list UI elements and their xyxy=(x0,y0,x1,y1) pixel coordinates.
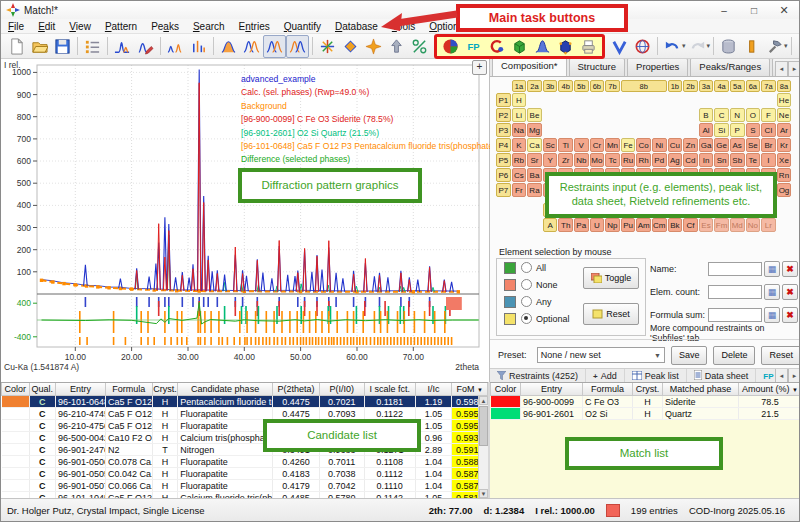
toolbar-colored-dots-button[interactable] xyxy=(795,35,800,58)
element-cell-si[interactable]: Si xyxy=(714,123,729,137)
tab-scroll-right-icon[interactable]: ▸ xyxy=(788,61,800,77)
element-cell-nb[interactable]: Nb xyxy=(574,153,589,167)
toolbar-peaks-overlay-b-button[interactable] xyxy=(286,35,309,58)
clear-field-button[interactable]: ✖ xyxy=(782,284,798,300)
candidate-row[interactable]: C96-901-0507C0.066 Ca...HFluorapatite0.4… xyxy=(2,480,488,492)
element-cell-s[interactable]: S xyxy=(746,123,761,137)
toolbar-save-file-button[interactable] xyxy=(51,35,74,58)
clear-field-button[interactable]: ✖ xyxy=(782,261,798,277)
element-cell-te[interactable]: Te xyxy=(746,153,761,167)
toolbar-fp-letters-button[interactable]: FP xyxy=(462,35,485,58)
bottom-tab-data-sheet[interactable]: Data sheet xyxy=(687,369,757,383)
candidate-header-row[interactable]: ColorQual.EntryFormulaCryst.Candidate ph… xyxy=(2,383,488,396)
toolbar-peaks-overlay-a-button[interactable] xyxy=(263,35,286,58)
element-cell-o[interactable]: O xyxy=(746,108,761,122)
element-cell-cu[interactable]: Cu xyxy=(668,138,683,152)
element-cell-as[interactable]: As xyxy=(730,138,745,152)
element-cell-es[interactable]: Es xyxy=(699,218,714,232)
bottom-tab-restraints-4252-[interactable]: Restraints (4252) xyxy=(490,369,586,383)
element-cell-rn[interactable]: Rn xyxy=(777,168,792,182)
element-cell-rb[interactable]: Rb xyxy=(512,153,527,167)
element-cell-fe[interactable]: Fe xyxy=(621,138,636,152)
element-cell-u[interactable]: U xyxy=(590,218,605,232)
menu-entries[interactable]: Entries xyxy=(232,21,277,32)
element-cell-c[interactable]: C xyxy=(714,108,729,122)
toolbar-entry-list-button[interactable] xyxy=(81,35,104,58)
group-button-6a[interactable]: 6a xyxy=(746,80,761,92)
element-cell-lr[interactable]: Lr xyxy=(761,218,776,232)
element-cell-na[interactable]: Na xyxy=(512,123,527,137)
element-cell-bk[interactable]: Bk xyxy=(668,218,683,232)
element-cell-np[interactable]: Np xyxy=(605,218,620,232)
element-cell-h[interactable]: H xyxy=(512,93,527,107)
minimize-button[interactable]: – xyxy=(709,1,739,19)
toggle-button[interactable]: Toggle xyxy=(583,267,639,289)
element-cell-tc[interactable]: Tc xyxy=(605,153,620,167)
group-button-2b[interactable]: 2b xyxy=(683,80,698,92)
maximize-button[interactable]: □ xyxy=(739,1,769,19)
candidate-col-formula[interactable]: Formula xyxy=(105,383,152,396)
save-preset-button[interactable]: Save xyxy=(671,346,708,365)
toolbar-column-orange-button[interactable] xyxy=(740,35,763,58)
element-cell-k[interactable]: K xyxy=(512,138,527,152)
zoom-in-button[interactable]: + xyxy=(472,60,487,75)
group-button-4a[interactable]: 4a xyxy=(714,80,729,92)
toolbar-unitcell-cube-button[interactable] xyxy=(554,35,577,58)
element-cell-ar[interactable]: Ar xyxy=(777,123,792,137)
match-col-cryst-[interactable]: Cryst. xyxy=(633,383,663,396)
element-cell-cl[interactable]: Cl xyxy=(761,123,776,137)
toolbar-search-match-button[interactable] xyxy=(485,35,508,58)
menu-database[interactable]: Database xyxy=(328,21,385,32)
candidate-col-color[interactable]: Color xyxy=(2,383,30,396)
element-cell-kr[interactable]: Kr xyxy=(777,138,792,152)
toolbar-undo-button[interactable] xyxy=(661,35,684,58)
name-input[interactable] xyxy=(708,262,762,276)
element-cell-co[interactable]: Co xyxy=(636,138,651,152)
tab-peaks-ranges[interactable]: Peaks/Ranges xyxy=(690,59,770,76)
candidate-col-fom[interactable]: FoM ▼ xyxy=(452,383,488,396)
element-cell-se[interactable]: Se xyxy=(746,138,761,152)
group-button-7a[interactable]: 7a xyxy=(761,80,776,92)
period-button-p7[interactable]: P7 xyxy=(496,183,511,197)
match-row[interactable]: 96-900-0099C Fe O3HSiderite78.5 xyxy=(491,396,800,408)
element-cell-no[interactable]: No xyxy=(746,218,761,232)
menu-file[interactable]: File xyxy=(1,21,31,32)
toolbar-peak-search-button[interactable] xyxy=(111,35,134,58)
toolbar-profile-peak-button[interactable] xyxy=(531,35,554,58)
menu-peaks[interactable]: Peaks xyxy=(144,21,186,32)
menu-search[interactable]: Search xyxy=(186,21,232,32)
radio-icon[interactable] xyxy=(521,313,532,324)
menu-edit[interactable]: Edit xyxy=(31,21,62,32)
match-col-color[interactable]: Color xyxy=(491,383,521,396)
element-cell-mn[interactable]: Mn xyxy=(605,138,620,152)
element-cell-be[interactable]: Be xyxy=(527,108,542,122)
periodic-table-picker-button[interactable]: ▦ xyxy=(764,307,780,323)
period-button-p2[interactable]: P2 xyxy=(496,108,511,122)
element-cell-cf[interactable]: Cf xyxy=(683,218,698,232)
group-button-8b[interactable]: 8b xyxy=(621,80,667,92)
match-col-formula[interactable]: Formula xyxy=(583,383,633,396)
element-cell-pd[interactable]: Pd xyxy=(652,153,667,167)
element-cell-b[interactable]: B xyxy=(699,108,714,122)
group-button-1a[interactable]: 1a xyxy=(512,80,527,92)
candidate-col-candidate-phase[interactable]: Candidate phase xyxy=(178,383,273,396)
dropdown-caret-icon[interactable]: ▾ xyxy=(682,42,686,50)
element-cell-y[interactable]: Y xyxy=(543,153,558,167)
periodic-table-picker-button[interactable]: ▦ xyxy=(764,284,780,300)
candidate-row[interactable]: C96-901-0506C0.078 Ca...HFluorapatite0.4… xyxy=(2,456,488,468)
element-cell-ga[interactable]: Ga xyxy=(699,138,714,152)
toolbar-peak-edit-button[interactable] xyxy=(134,35,157,58)
candidate-col-qual-[interactable]: Qual. xyxy=(29,383,55,396)
toolbar-peaks-overlay-button[interactable] xyxy=(240,35,263,58)
element-cell-ti[interactable]: Ti xyxy=(558,138,573,152)
element-cell-al[interactable]: Al xyxy=(699,123,714,137)
candidate-col-i-ic[interactable]: I/Ic xyxy=(415,383,452,396)
tab-scroll-left-icon[interactable]: ◂ xyxy=(775,61,788,77)
bottom-tab-peak-list[interactable]: Peak list xyxy=(625,369,687,383)
element-cell-zr[interactable]: Zr xyxy=(558,153,573,167)
match-col-entry[interactable]: Entry xyxy=(521,383,583,396)
series-button-a[interactable]: A xyxy=(543,218,558,232)
toolbar-report-print-button[interactable] xyxy=(577,35,600,58)
candidate-col-i-scale-fct-[interactable]: I scale fct. xyxy=(364,383,415,396)
group-button-5a[interactable]: 5a xyxy=(730,80,745,92)
